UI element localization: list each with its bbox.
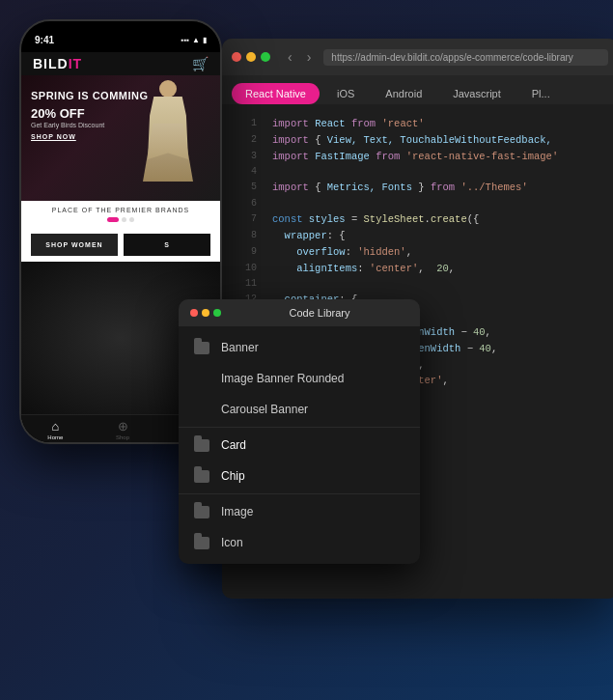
phone-notch xyxy=(87,21,154,39)
wifi-icon: ▲ xyxy=(192,36,200,44)
library-item-label: Icon xyxy=(221,536,243,549)
library-item-banner[interactable]: Banner xyxy=(179,332,420,363)
phone-time: 9:41 xyxy=(35,35,54,45)
search-icon: ⊕ xyxy=(118,419,128,434)
code-line-3: 3 import FastImage from 'react-native-fa… xyxy=(222,149,613,165)
code-line-1: 1 import React from 'react' xyxy=(222,116,613,132)
phone-status-icons: ▪▪▪ ▲ ▮ xyxy=(181,36,207,44)
code-line-9: 9 overflow: 'hidden', xyxy=(222,244,613,261)
code-line-4: 4 xyxy=(222,164,613,180)
library-item-label: Image Banner Rounded xyxy=(221,372,344,385)
library-item-label: Card xyxy=(221,438,246,452)
shop-category-buttons: SHOP WOMEN S xyxy=(21,228,220,262)
folder-icon xyxy=(194,506,209,518)
tab-ios[interactable]: iOS xyxy=(323,83,368,104)
carousel-dot-2[interactable] xyxy=(122,217,126,222)
library-window-controls xyxy=(190,309,221,317)
fashion-figure xyxy=(138,75,201,191)
folder-icon xyxy=(194,439,209,452)
app-logo: BILDIT xyxy=(33,56,82,71)
brands-title: PLACE OF THE PREMIER BRANDS xyxy=(31,207,210,213)
code-library-popup: Code Library Banner Image Banner Rounded… xyxy=(179,299,420,564)
library-minimize-button[interactable] xyxy=(202,309,209,317)
hero-figure xyxy=(138,75,215,201)
list-divider xyxy=(179,493,420,494)
list-divider xyxy=(179,427,420,428)
code-line-5: 5 import { Metrics, Fonts } from '../The… xyxy=(222,180,613,196)
library-close-button[interactable] xyxy=(190,309,198,317)
browser-navigation: ‹ › xyxy=(283,47,316,67)
logo-highlight: IT xyxy=(69,56,82,71)
browser-tabs: React Native iOS Android Javascript Pl..… xyxy=(222,75,613,104)
library-maximize-button[interactable] xyxy=(213,309,221,317)
carousel-dots xyxy=(31,217,210,222)
minimize-window-button[interactable] xyxy=(246,52,256,62)
maximize-window-button[interactable] xyxy=(261,52,270,62)
tab-react-native[interactable]: React Native xyxy=(232,83,320,104)
browser-window-controls xyxy=(232,52,270,62)
library-item-image[interactable]: Image xyxy=(179,496,420,527)
shop-now-link[interactable]: SHOP NOW xyxy=(31,133,149,140)
library-item-image-banner-rounded[interactable]: Image Banner Rounded xyxy=(179,363,420,394)
shop-women-button[interactable]: SHOP WOMEN xyxy=(31,234,118,256)
phone-status-bar: 9:41 ▪▪▪ ▲ ▮ xyxy=(21,21,220,52)
code-line-6: 6 xyxy=(222,196,613,211)
library-item-carousel-banner[interactable]: Carousel Banner xyxy=(179,394,420,425)
browser-address-bar[interactable]: https://admin-dev.bildit.co/apps/e-comme… xyxy=(323,49,608,66)
library-item-label: Carousel Banner xyxy=(221,403,308,416)
home-label: Home xyxy=(47,434,63,440)
hero-subtitle: Get Early Birds Discount xyxy=(31,122,149,128)
folder-icon xyxy=(194,342,209,354)
shop-label: Shop xyxy=(116,434,129,440)
hero-discount: 20% OFF xyxy=(31,106,149,121)
library-item-label: Image xyxy=(221,505,253,518)
tab-android[interactable]: Android xyxy=(372,83,435,104)
shop-other-button[interactable]: S xyxy=(124,234,210,256)
folder-icon xyxy=(194,537,209,549)
close-window-button[interactable] xyxy=(232,52,241,62)
code-line-8: 8 wrapper: { xyxy=(222,228,613,244)
code-line-10: 10 alignItems: 'center', 20, xyxy=(222,261,613,277)
code-line-2: 2 import { View, Text, TouchableWithoutF… xyxy=(222,132,613,149)
library-item-chip[interactable]: Chip xyxy=(179,461,420,491)
tab-javascript[interactable]: Javascript xyxy=(439,83,515,104)
library-item-list: Banner Image Banner Rounded Carousel Ban… xyxy=(179,326,420,564)
tab-more[interactable]: Pl... xyxy=(518,83,564,104)
library-item-label: Chip xyxy=(221,469,245,483)
library-header: Code Library xyxy=(179,299,420,326)
library-item-icon[interactable]: Icon xyxy=(179,527,420,558)
library-item-card[interactable]: Card xyxy=(179,430,420,461)
browser-back-button[interactable]: ‹ xyxy=(283,47,297,67)
signal-icon: ▪▪▪ xyxy=(181,36,190,44)
browser-toolbar: ‹ › https://admin-dev.bildit.co/apps/e-c… xyxy=(222,39,613,75)
folder-icon xyxy=(194,470,209,483)
hero-text-content: SPRING IS COMMING 20% OFF Get Early Bird… xyxy=(31,90,149,140)
app-header: BILDIT 🛒 xyxy=(21,52,220,75)
brands-section: PLACE OF THE PREMIER BRANDS xyxy=(21,201,220,228)
library-item-label: Banner xyxy=(221,341,259,354)
battery-icon: ▮ xyxy=(203,36,207,44)
carousel-dot-1[interactable] xyxy=(107,217,119,222)
nav-shop[interactable]: ⊕ Shop xyxy=(108,419,137,440)
browser-forward-button[interactable]: › xyxy=(302,47,317,67)
home-icon: ⌂ xyxy=(51,419,59,434)
code-line-7: 7 const styles = StyleSheet.create({ xyxy=(222,211,613,228)
carousel-dot-3[interactable] xyxy=(129,217,134,222)
code-line-11: 11 xyxy=(222,276,613,292)
cart-icon[interactable]: 🛒 xyxy=(192,56,209,71)
hero-banner: SPRING IS COMMING 20% OFF Get Early Bird… xyxy=(21,75,220,201)
hero-title: SPRING IS COMMING xyxy=(31,90,149,102)
logo-text: BILD xyxy=(33,56,69,71)
nav-home[interactable]: ⌂ Home xyxy=(40,419,70,440)
library-title: Code Library xyxy=(231,307,408,319)
